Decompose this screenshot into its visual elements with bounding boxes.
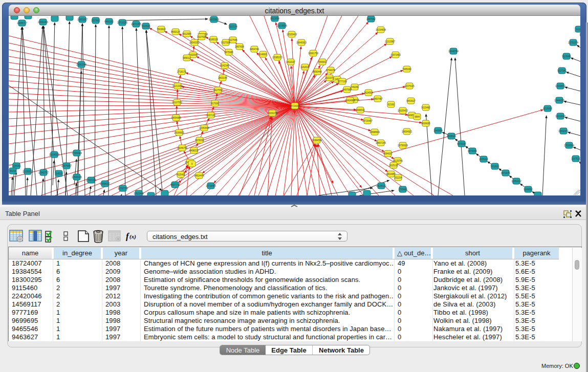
svg-text:252254: 252254: [394, 177, 402, 179]
svg-text:7955812: 7955812: [318, 61, 327, 63]
svg-text:8454749: 8454749: [250, 48, 259, 51]
svg-text:6497568: 6497568: [342, 89, 352, 91]
svg-text:15720407: 15720407: [362, 120, 373, 122]
svg-text:16107552: 16107552: [172, 101, 183, 104]
svg-text:2986532: 2986532: [356, 109, 365, 112]
svg-text:2935114: 2935114: [479, 158, 488, 161]
svg-text:9777169: 9777169: [338, 80, 347, 83]
svg-text:20691406: 20691406: [38, 21, 49, 24]
svg-text:20053346: 20053346: [76, 63, 87, 66]
svg-text:11123: 11123: [576, 28, 580, 31]
svg-text:1527602: 1527602: [91, 19, 100, 22]
svg-text:62160: 62160: [388, 103, 395, 106]
svg-text:12923448: 12923448: [134, 192, 144, 195]
svg-text:6466160: 6466160: [104, 20, 114, 23]
svg-text:18724007: 18724007: [290, 105, 300, 107]
svg-text:2803144: 2803144: [218, 77, 227, 79]
svg-text:10688609: 10688609: [369, 131, 380, 134]
svg-text:14914479: 14914479: [194, 174, 205, 177]
svg-text:1733426: 1733426: [398, 188, 407, 191]
svg-text:17359924: 17359924: [72, 152, 82, 155]
svg-text:16154838: 16154838: [376, 29, 386, 31]
svg-text:10654112: 10654112: [511, 180, 521, 183]
svg-text:8427552: 8427552: [213, 89, 223, 92]
svg-text:7625402: 7625402: [176, 173, 185, 176]
svg-text:10404960: 10404960: [345, 99, 356, 102]
svg-text:14055717: 14055717: [17, 22, 28, 25]
svg-text:12093872: 12093872: [555, 85, 566, 87]
svg-text:8471676: 8471676: [501, 172, 510, 174]
svg-text:8912954: 8912954: [182, 33, 191, 35]
svg-text:1822037: 1822037: [286, 61, 295, 63]
svg-text:15692971: 15692971: [558, 130, 569, 133]
svg-text:5875685: 5875685: [224, 51, 233, 54]
svg-text:10958107: 10958107: [100, 183, 111, 185]
svg-text:9242343: 9242343: [220, 64, 229, 67]
svg-text:6794078: 6794078: [326, 69, 335, 72]
svg-text:5498222: 5498222: [189, 149, 199, 152]
svg-text:7632621: 7632621: [490, 165, 499, 168]
svg-text:20975857: 20975857: [61, 165, 72, 167]
svg-text:114519: 114519: [55, 172, 63, 175]
svg-text:16648784: 16648784: [448, 50, 459, 53]
svg-text:19756928: 19756928: [398, 144, 408, 147]
svg-text:10671355: 10671355: [131, 23, 142, 26]
svg-text:8990448: 8990448: [313, 71, 322, 73]
svg-text:1621072: 1621072: [325, 77, 334, 79]
svg-text:15385270: 15385270: [272, 56, 283, 59]
svg-text:16640910: 16640910: [296, 41, 307, 44]
svg-text:17016504: 17016504: [564, 144, 575, 147]
svg-text:2687682: 2687682: [366, 18, 376, 20]
svg-text:12353594: 12353594: [199, 127, 210, 129]
svg-text:16961758: 16961758: [308, 52, 319, 55]
svg-text:9227342: 9227342: [557, 70, 567, 72]
svg-text:9844: 9844: [415, 116, 420, 118]
svg-text:18807249: 18807249: [376, 142, 386, 144]
svg-text:19654923: 19654923: [402, 130, 412, 133]
svg-text:7663822: 7663822: [157, 28, 166, 31]
svg-text:9146821: 9146821: [258, 53, 268, 56]
svg-text:15751074: 15751074: [568, 41, 579, 44]
svg-text:16033809: 16033809: [209, 18, 220, 21]
svg-text:817006: 817006: [211, 102, 219, 105]
svg-text:989012: 989012: [183, 57, 191, 59]
svg-text:7485063: 7485063: [402, 68, 411, 71]
svg-text:9463627: 9463627: [406, 100, 416, 102]
svg-text:39154: 39154: [10, 170, 16, 172]
svg-text:3267130: 3267130: [206, 114, 215, 117]
svg-text:7357274: 7357274: [228, 26, 237, 28]
svg-text:8813054: 8813054: [270, 17, 279, 20]
svg-text:12505185: 12505185: [72, 176, 82, 179]
svg-text:9474444: 9474444: [468, 150, 477, 152]
svg-text:(x): (x): [129, 233, 136, 240]
svg-text:9327509: 9327509: [197, 36, 206, 38]
svg-text:10653267: 10653267: [77, 18, 88, 21]
svg-text:746266: 746266: [351, 86, 359, 89]
svg-text:12444155: 12444155: [554, 99, 565, 102]
svg-text:8186328: 8186328: [209, 38, 218, 41]
svg-text:7515526: 7515526: [141, 25, 150, 28]
svg-text:10973493: 10973493: [390, 54, 401, 56]
svg-text:19300275: 19300275: [267, 112, 278, 115]
svg-text:9699695: 9699695: [421, 122, 430, 125]
svg-text:19218506: 19218506: [277, 25, 288, 27]
svg-text:3624554: 3624554: [364, 92, 373, 94]
svg-text:12156819: 12156819: [23, 170, 33, 173]
svg-text:9327508: 9327508: [221, 41, 230, 44]
svg-text:10025433: 10025433: [398, 110, 408, 112]
svg-text:15716485: 15716485: [206, 185, 216, 187]
svg-text:17957225: 17957225: [86, 179, 97, 182]
svg-text:14136141: 14136141: [376, 185, 387, 187]
svg-text:1162615: 1162615: [300, 66, 310, 69]
svg-text:1640954: 1640954: [433, 129, 443, 132]
svg-text:9129966: 9129966: [562, 55, 571, 58]
svg-text:12213369: 12213369: [172, 85, 183, 87]
svg-text:2718176: 2718176: [177, 71, 186, 73]
svg-text:10719185: 10719185: [117, 21, 128, 24]
svg-text:5878332: 5878332: [195, 139, 204, 142]
svg-text:16210643: 16210643: [555, 115, 566, 118]
svg-text:16120746: 16120746: [393, 160, 403, 162]
svg-text:19384554: 19384554: [312, 139, 322, 142]
svg-text:12942757: 12942757: [38, 171, 49, 174]
svg-text:6479197: 6479197: [457, 143, 466, 145]
